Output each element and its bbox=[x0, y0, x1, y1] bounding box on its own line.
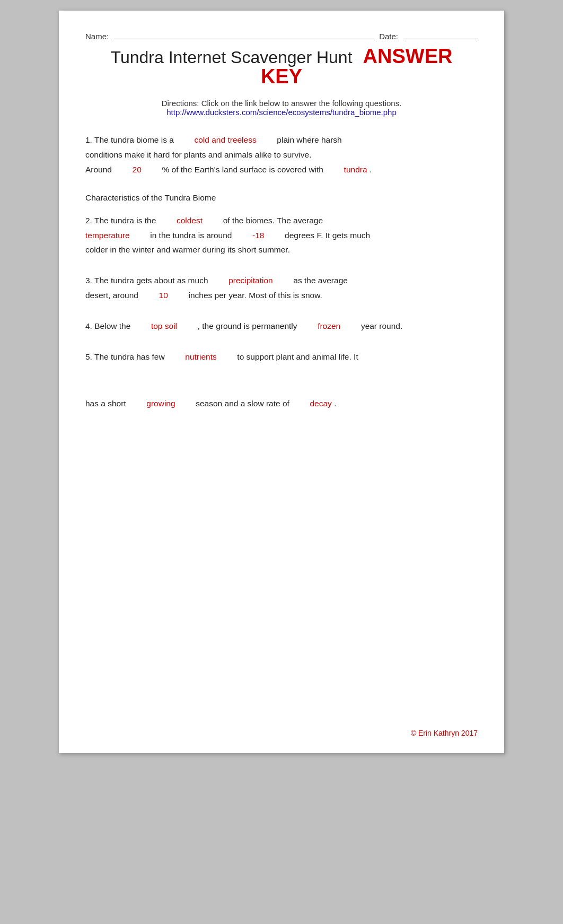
q1-line2: conditions make it hard for plants and a… bbox=[85, 150, 311, 159]
characteristics-heading: Characteristics of the Tundra Biome bbox=[85, 193, 478, 203]
q5-pre2: has a short bbox=[85, 399, 126, 408]
question-1: 1. The tundra biome is a cold and treele… bbox=[85, 133, 478, 177]
q1-text-post1: plain where harsh bbox=[277, 135, 341, 144]
q5-answer3: decay bbox=[310, 399, 331, 408]
title-block: Tundra Internet Scavenger Hunt ANSWER KE… bbox=[85, 45, 478, 88]
q4-pre1: 4. Below the bbox=[85, 321, 130, 330]
q5-end2: . bbox=[334, 399, 336, 408]
q1-mid3: % of the Earth's land surface is covered… bbox=[162, 165, 323, 174]
q2-mid2: in the tundra is around bbox=[150, 231, 232, 240]
question-3: 3. The tundra gets about as much precipi… bbox=[85, 273, 478, 303]
question-5: 5. The tundra has few nutrients to suppo… bbox=[85, 350, 478, 364]
directions-text: Directions: Click on the link below to a… bbox=[162, 99, 402, 108]
q1-answer3: 20 bbox=[133, 165, 142, 174]
q1-answer1: cold and treeless bbox=[195, 135, 257, 144]
q5-mid2: season and a slow rate of bbox=[196, 399, 289, 408]
question-5-continued: has a short growing season and a slow ra… bbox=[85, 396, 478, 411]
q4-answer2: frozen bbox=[318, 321, 340, 330]
q2-answer1: coldest bbox=[177, 216, 203, 225]
q1-end3: . bbox=[370, 165, 372, 174]
q2-line3: colder in the winter and warmer during i… bbox=[85, 245, 290, 254]
date-label: Date: bbox=[379, 32, 398, 41]
q2-answer2: temperature bbox=[85, 231, 130, 240]
title-line1: Tundra Internet Scavenger Hunt ANSWER bbox=[85, 45, 478, 68]
q5-answer1: nutrients bbox=[185, 352, 216, 361]
key-label: KEY bbox=[85, 65, 478, 88]
q5-pre1: 5. The tundra has few bbox=[85, 352, 165, 361]
q3-post2: inches per year. Most of this is snow. bbox=[188, 291, 322, 300]
document-page: Name: Date: Tundra Internet Scavenger Hu… bbox=[59, 11, 504, 753]
date-underline bbox=[403, 39, 478, 39]
name-date-line: Name: Date: bbox=[85, 32, 478, 41]
q2-post1: of the biomes. The average bbox=[223, 216, 323, 225]
q3-pre1: 3. The tundra gets about as much bbox=[85, 276, 208, 285]
directions-block: Directions: Click on the link below to a… bbox=[85, 99, 478, 117]
q1-answer3b: tundra bbox=[344, 165, 367, 174]
directions-link[interactable]: http://www.ducksters.com/science/ecosyst… bbox=[85, 108, 478, 117]
q2-pre1: 2. The tundra is the bbox=[85, 216, 156, 225]
q3-answer1: precipitation bbox=[228, 276, 273, 285]
q2-answer3: -18 bbox=[252, 231, 264, 240]
page-title: Tundra Internet Scavenger Hunt bbox=[111, 48, 353, 67]
name-underline bbox=[114, 39, 374, 39]
q3-answer2: 10 bbox=[159, 291, 168, 300]
copyright-text: © Erin Kathryn 2017 bbox=[411, 729, 478, 737]
q5-answer2: growing bbox=[146, 399, 175, 408]
question-2: 2. The tundra is the coldest of the biom… bbox=[85, 213, 478, 258]
question-4: 4. Below the top soil , the ground is pe… bbox=[85, 319, 478, 334]
footer: © Erin Kathryn 2017 bbox=[411, 729, 478, 737]
q4-mid1: , the ground is permanently bbox=[198, 321, 297, 330]
name-label: Name: bbox=[85, 32, 109, 41]
q1-pre3: Around bbox=[85, 165, 112, 174]
q4-post1: year round. bbox=[361, 321, 402, 330]
answer-label: ANSWER bbox=[363, 45, 453, 68]
q1-text-pre1: 1. The tundra biome is a bbox=[85, 135, 174, 144]
q3-pre2: desert, around bbox=[85, 291, 138, 300]
q5-post1: to support plant and animal life. It bbox=[237, 352, 358, 361]
q3-post1: as the average bbox=[293, 276, 348, 285]
q4-answer1: top soil bbox=[151, 321, 177, 330]
q2-post2: degrees F. It gets much bbox=[285, 231, 370, 240]
